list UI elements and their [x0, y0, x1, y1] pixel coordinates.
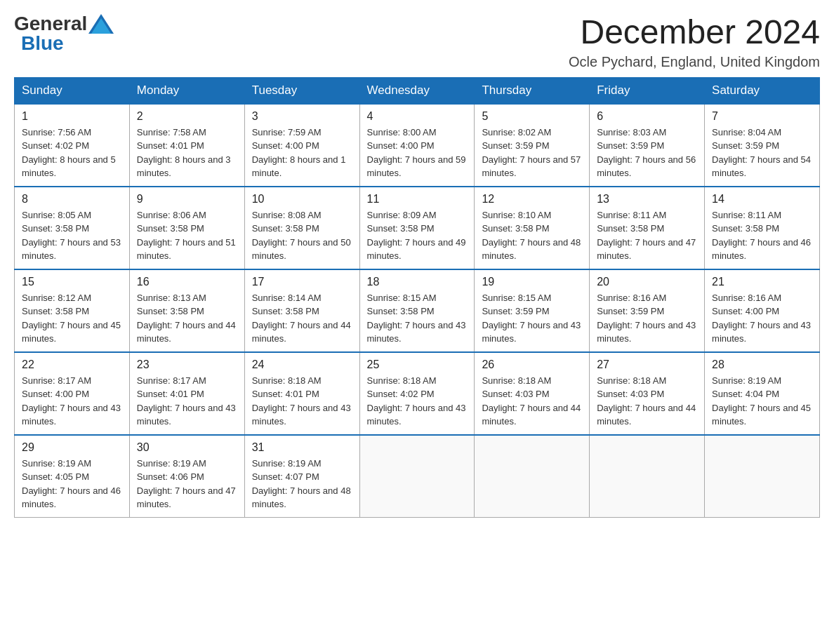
calendar-day-20: 20Sunrise: 8:16 AMSunset: 3:59 PMDayligh…	[590, 269, 705, 352]
day-number: 31	[252, 441, 352, 454]
calendar-day-21: 21Sunrise: 8:16 AMSunset: 4:00 PMDayligh…	[705, 269, 820, 352]
calendar-week-4: 22Sunrise: 8:17 AMSunset: 4:00 PMDayligh…	[15, 352, 820, 435]
calendar-day-30: 30Sunrise: 8:19 AMSunset: 4:06 PMDayligh…	[129, 435, 244, 518]
day-info: Sunrise: 8:02 AMSunset: 3:59 PMDaylight:…	[482, 126, 582, 180]
day-number: 7	[712, 110, 812, 123]
col-thursday: Thursday	[475, 77, 590, 104]
calendar-day-23: 23Sunrise: 8:17 AMSunset: 4:01 PMDayligh…	[129, 352, 244, 435]
location: Ocle Pychard, England, United Kingdom	[569, 54, 820, 70]
col-wednesday: Wednesday	[359, 77, 475, 104]
day-number: 28	[712, 358, 812, 371]
calendar-table: Sunday Monday Tuesday Wednesday Thursday…	[14, 77, 820, 518]
calendar-day-8: 8Sunrise: 8:05 AMSunset: 3:58 PMDaylight…	[15, 187, 130, 269]
day-info: Sunrise: 8:15 AMSunset: 3:58 PMDaylight:…	[367, 291, 468, 346]
day-number: 17	[252, 276, 352, 288]
day-info: Sunrise: 8:16 AMSunset: 4:00 PMDaylight:…	[712, 291, 812, 346]
day-info: Sunrise: 8:19 AMSunset: 4:07 PMDaylight:…	[252, 457, 352, 511]
day-number: 19	[482, 276, 582, 288]
day-number: 11	[367, 193, 468, 206]
calendar-empty-cell	[705, 435, 820, 518]
day-number: 14	[712, 193, 812, 206]
logo-blue-text: Blue	[21, 34, 64, 53]
calendar-day-25: 25Sunrise: 8:18 AMSunset: 4:02 PMDayligh…	[359, 352, 475, 435]
col-friday: Friday	[590, 77, 705, 104]
col-tuesday: Tuesday	[244, 77, 359, 104]
day-info: Sunrise: 8:10 AMSunset: 3:58 PMDaylight:…	[482, 208, 582, 263]
day-info: Sunrise: 8:13 AMSunset: 3:58 PMDaylight:…	[137, 291, 237, 346]
calendar-day-16: 16Sunrise: 8:13 AMSunset: 3:58 PMDayligh…	[129, 269, 244, 352]
calendar-day-12: 12Sunrise: 8:10 AMSunset: 3:58 PMDayligh…	[475, 187, 590, 269]
calendar-day-5: 5Sunrise: 8:02 AMSunset: 3:59 PMDaylight…	[475, 104, 590, 187]
day-number: 6	[597, 110, 697, 123]
day-info: Sunrise: 8:18 AMSunset: 4:03 PMDaylight:…	[597, 374, 697, 429]
calendar-day-28: 28Sunrise: 8:19 AMSunset: 4:04 PMDayligh…	[705, 352, 820, 435]
day-number: 29	[22, 441, 122, 454]
calendar-day-3: 3Sunrise: 7:59 AMSunset: 4:00 PMDaylight…	[244, 104, 359, 187]
day-number: 21	[712, 276, 812, 288]
calendar-day-2: 2Sunrise: 7:58 AMSunset: 4:01 PMDaylight…	[129, 104, 244, 187]
calendar-empty-cell	[359, 435, 475, 518]
day-number: 26	[482, 358, 582, 371]
calendar-day-6: 6Sunrise: 8:03 AMSunset: 3:59 PMDaylight…	[590, 104, 705, 187]
logo-general-text: General	[14, 14, 87, 34]
calendar-day-24: 24Sunrise: 8:18 AMSunset: 4:01 PMDayligh…	[244, 352, 359, 435]
calendar-week-3: 15Sunrise: 8:12 AMSunset: 3:58 PMDayligh…	[15, 269, 820, 352]
day-number: 15	[22, 276, 122, 288]
day-info: Sunrise: 7:56 AMSunset: 4:02 PMDaylight:…	[22, 126, 122, 180]
day-number: 18	[367, 276, 468, 288]
day-number: 25	[367, 358, 468, 371]
day-info: Sunrise: 8:19 AMSunset: 4:05 PMDaylight:…	[22, 457, 122, 511]
title-section: December 2024 Ocle Pychard, England, Uni…	[569, 14, 820, 70]
day-info: Sunrise: 7:58 AMSunset: 4:01 PMDaylight:…	[137, 126, 237, 180]
day-number: 8	[22, 193, 122, 206]
day-info: Sunrise: 8:12 AMSunset: 3:58 PMDaylight:…	[22, 291, 122, 346]
calendar-day-13: 13Sunrise: 8:11 AMSunset: 3:58 PMDayligh…	[590, 187, 705, 269]
calendar-day-14: 14Sunrise: 8:11 AMSunset: 3:58 PMDayligh…	[705, 187, 820, 269]
day-number: 3	[252, 110, 352, 123]
day-info: Sunrise: 8:17 AMSunset: 4:00 PMDaylight:…	[22, 374, 122, 429]
day-number: 20	[597, 276, 697, 288]
calendar-day-17: 17Sunrise: 8:14 AMSunset: 3:58 PMDayligh…	[244, 269, 359, 352]
day-info: Sunrise: 8:19 AMSunset: 4:06 PMDaylight:…	[137, 457, 237, 511]
col-saturday: Saturday	[705, 77, 820, 104]
logo-icon	[88, 14, 114, 34]
calendar-day-15: 15Sunrise: 8:12 AMSunset: 3:58 PMDayligh…	[15, 269, 130, 352]
day-number: 2	[137, 110, 237, 123]
calendar-empty-cell	[475, 435, 590, 518]
day-info: Sunrise: 8:04 AMSunset: 3:59 PMDaylight:…	[712, 126, 812, 180]
day-info: Sunrise: 8:05 AMSunset: 3:58 PMDaylight:…	[22, 208, 122, 263]
calendar-week-5: 29Sunrise: 8:19 AMSunset: 4:05 PMDayligh…	[15, 435, 820, 518]
day-number: 30	[137, 441, 237, 454]
day-info: Sunrise: 7:59 AMSunset: 4:00 PMDaylight:…	[252, 126, 352, 180]
calendar-day-26: 26Sunrise: 8:18 AMSunset: 4:03 PMDayligh…	[475, 352, 590, 435]
day-info: Sunrise: 8:14 AMSunset: 3:58 PMDaylight:…	[252, 291, 352, 346]
day-info: Sunrise: 8:17 AMSunset: 4:01 PMDaylight:…	[137, 374, 237, 429]
calendar-day-10: 10Sunrise: 8:08 AMSunset: 3:58 PMDayligh…	[244, 187, 359, 269]
calendar-day-4: 4Sunrise: 8:00 AMSunset: 4:00 PMDaylight…	[359, 104, 475, 187]
day-number: 4	[367, 110, 468, 123]
calendar-day-29: 29Sunrise: 8:19 AMSunset: 4:05 PMDayligh…	[15, 435, 130, 518]
month-title: December 2024	[569, 14, 820, 51]
day-number: 10	[252, 193, 352, 206]
day-number: 23	[137, 358, 237, 371]
calendar-day-31: 31Sunrise: 8:19 AMSunset: 4:07 PMDayligh…	[244, 435, 359, 518]
day-number: 16	[137, 276, 237, 288]
day-number: 27	[597, 358, 697, 371]
calendar-day-19: 19Sunrise: 8:15 AMSunset: 3:59 PMDayligh…	[475, 269, 590, 352]
day-info: Sunrise: 8:18 AMSunset: 4:02 PMDaylight:…	[367, 374, 468, 429]
calendar-empty-cell	[590, 435, 705, 518]
day-info: Sunrise: 8:11 AMSunset: 3:58 PMDaylight:…	[597, 208, 697, 263]
calendar-day-11: 11Sunrise: 8:09 AMSunset: 3:58 PMDayligh…	[359, 187, 475, 269]
logo: General Blue	[14, 14, 114, 53]
day-number: 9	[137, 193, 237, 206]
day-info: Sunrise: 8:15 AMSunset: 3:59 PMDaylight:…	[482, 291, 582, 346]
day-number: 13	[597, 193, 697, 206]
col-monday: Monday	[129, 77, 244, 104]
calendar-week-2: 8Sunrise: 8:05 AMSunset: 3:58 PMDaylight…	[15, 187, 820, 269]
day-info: Sunrise: 8:00 AMSunset: 4:00 PMDaylight:…	[367, 126, 468, 180]
day-info: Sunrise: 8:19 AMSunset: 4:04 PMDaylight:…	[712, 374, 812, 429]
day-number: 22	[22, 358, 122, 371]
calendar-week-1: 1Sunrise: 7:56 AMSunset: 4:02 PMDaylight…	[15, 104, 820, 187]
day-number: 24	[252, 358, 352, 371]
day-info: Sunrise: 8:11 AMSunset: 3:58 PMDaylight:…	[712, 208, 812, 263]
